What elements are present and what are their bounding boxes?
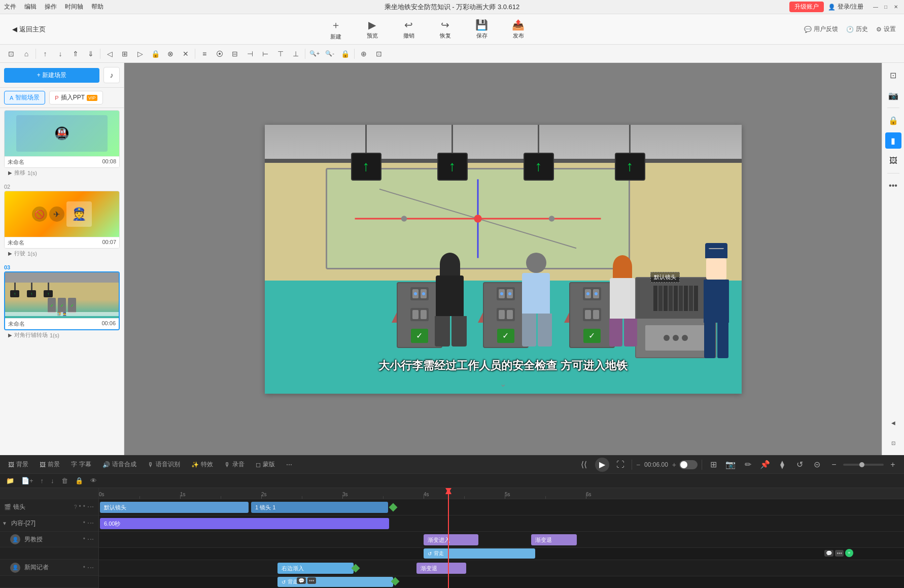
align-tool-5[interactable]: ⊥ (289, 47, 303, 61)
reporter-dots-icon[interactable]: ••• (307, 577, 316, 584)
tc-eye-btn[interactable]: 👁 (88, 476, 99, 486)
menu-edit[interactable]: 编辑 (24, 3, 37, 11)
back-button[interactable]: ◀ 返回主页 (8, 23, 50, 36)
reporter-dot-1[interactable]: • (83, 564, 85, 572)
teacher-dots-icon[interactable]: ••• (835, 550, 844, 557)
zoom-in-tool[interactable]: 🔍+ (307, 47, 322, 61)
help-icon[interactable]: ? (74, 504, 77, 510)
content-dot-1[interactable]: • (83, 519, 85, 527)
menu-help[interactable]: 帮助 (91, 3, 103, 11)
more-button[interactable]: ••• (885, 178, 901, 194)
tc-down-btn[interactable]: ↓ (49, 476, 56, 486)
scene-item-1[interactable]: 🚇 未命名 00:08 ▶ 推移 1(s) (0, 108, 124, 181)
speed-toggle[interactable] (679, 460, 698, 469)
fit-timeline-button[interactable]: ⊞ (706, 458, 720, 472)
history-button[interactable]: 🕐 历史 (846, 25, 868, 33)
timeline-mask-tab[interactable]: ◻ 蒙版 (252, 459, 279, 470)
feedback-button[interactable]: 💬 用户反馈 (804, 25, 838, 33)
align-tool-4[interactable]: ⊤ (273, 47, 288, 61)
zoom-out-tool[interactable]: 🔍- (323, 47, 337, 61)
save-button[interactable]: 💾 保存 (472, 19, 492, 40)
timeline-fg-tab[interactable]: 🖼 前景 (36, 459, 64, 470)
filter-button[interactable]: ⧫ (775, 458, 789, 472)
menu-operate[interactable]: 操作 (45, 3, 57, 11)
select-tool[interactable]: ⊡ (4, 47, 18, 61)
move-down-tool[interactable]: ↓ (53, 47, 67, 61)
align-right-tool[interactable]: ▷ (133, 47, 147, 61)
reporter-fade-out-block[interactable]: 渐变退 (416, 563, 466, 574)
move-top-tool[interactable]: ⇑ (68, 47, 83, 61)
play-pause-button[interactable]: ▶ (595, 458, 609, 472)
camera-dot-2[interactable]: • (83, 503, 85, 511)
teacher-fade-in-block[interactable]: 渐变进入 (424, 534, 478, 545)
screenshot-button[interactable]: ⊡ (885, 435, 901, 451)
distribute-v-tool[interactable]: ⦿ (213, 47, 227, 61)
pin-button[interactable]: 📌 (758, 458, 772, 472)
publish-button[interactable]: 📤 发布 (508, 19, 529, 40)
camera-dot-1[interactable]: • (79, 503, 81, 511)
tc-up-btn[interactable]: ↑ (39, 476, 46, 486)
content-more[interactable]: ⋮ (87, 520, 95, 527)
align-tool-1[interactable]: ⊟ (228, 47, 242, 61)
collapse-icon[interactable]: ▼ (2, 521, 7, 526)
new-scene-button[interactable]: + 新建场景 (4, 68, 99, 83)
align-center-h-tool[interactable]: ⊞ (118, 47, 132, 61)
copy-tool[interactable]: ⊕ (357, 47, 371, 61)
new-button[interactable]: ＋ 新建 (326, 18, 346, 41)
lock-button[interactable]: 🔒 (885, 112, 901, 128)
distribute-h-tool[interactable]: ≡ (197, 47, 212, 61)
reporter-more[interactable]: ⋮ (87, 564, 95, 571)
reporter-back-walk-block[interactable]: ↺ 背走 (277, 577, 393, 587)
login-button[interactable]: 👤 登录/注册 (828, 3, 863, 11)
fullscreen-button[interactable]: ⊡ (885, 67, 901, 83)
delete-tool[interactable]: ✕ (179, 47, 193, 61)
loop-button[interactable]: ↺ (792, 458, 807, 472)
teacher-fade-out-block[interactable]: 渐变退 (531, 534, 577, 545)
timeline-record-tab[interactable]: 🎙 录音 (220, 459, 249, 470)
timeline-asr-tab[interactable]: 🎙 语音识别 (144, 459, 184, 470)
settings-button[interactable]: ⚙ 设置 (876, 25, 896, 33)
home-tool[interactable]: ⌂ (19, 47, 33, 61)
upgrade-button[interactable]: 升级账户 (789, 2, 824, 12)
preview-button[interactable]: ▶ 预览 (362, 19, 383, 40)
align-tool-3[interactable]: ⊢ (258, 47, 272, 61)
paste-tool[interactable]: ⊡ (372, 47, 386, 61)
timeline-tts-tab[interactable]: 🔊 语音合成 (98, 459, 141, 470)
timeline-effects-tab[interactable]: ✨ 特效 (187, 459, 217, 470)
reporter-chat-icon[interactable]: 💬 (297, 577, 306, 584)
camera-more[interactable]: ⋮ (87, 503, 95, 510)
snapshot-button[interactable]: 📷 (723, 458, 738, 472)
teacher-dot-1[interactable]: • (83, 535, 85, 543)
teacher-more[interactable]: ⋮ (87, 536, 95, 543)
image-button[interactable]: 🖼 (885, 153, 901, 169)
align-tool-2[interactable]: ⊣ (243, 47, 257, 61)
timeline-more-tab[interactable]: ⋯ (282, 460, 296, 470)
close-button[interactable]: ✕ (892, 3, 900, 11)
minimize-button[interactable]: — (872, 3, 880, 11)
move-up-tool[interactable]: ↑ (38, 47, 52, 61)
note-button[interactable]: ▮ (885, 132, 901, 149)
content-block-main[interactable]: 6.00秒 (100, 518, 389, 529)
scene-thumb-3[interactable]: ↑ ↑ ↑ ✓ (4, 271, 120, 330)
tc-add-btn[interactable]: 📄+ (19, 476, 36, 486)
collapse-button[interactable]: ◀ (885, 414, 901, 431)
insert-ppt-tab[interactable]: P 插入PPT VIP (49, 91, 102, 105)
camera-block-default[interactable]: 默认镜头 (100, 502, 249, 513)
teacher-back-walk-block[interactable]: ↺ 背走 (424, 548, 535, 559)
zoom-out-btn[interactable]: − (636, 461, 640, 469)
ai-scene-tab[interactable]: A 智能场景 (4, 91, 45, 105)
timeline-subtitle-tab[interactable]: 字 字幕 (67, 459, 95, 470)
fullscreen-play-button[interactable]: ⛶ (613, 458, 628, 472)
scene-item-2[interactable]: 02 🚫 ✈ 👮 未命名 00:07 (0, 181, 124, 261)
fit-tool[interactable]: 🔒 (338, 47, 352, 61)
align-left-tool[interactable]: ◁ (102, 47, 117, 61)
tc-delete-btn[interactable]: 🗑 (59, 476, 70, 486)
playhead[interactable] (448, 488, 449, 588)
zoom-slider[interactable] (843, 464, 884, 466)
lock-tool[interactable]: 🔒 (148, 47, 162, 61)
redo-button[interactable]: ↪ 恢复 (435, 19, 456, 40)
menu-timeline[interactable]: 时间轴 (65, 3, 83, 11)
group-tool[interactable]: ⊗ (163, 47, 178, 61)
menu-file[interactable]: 文件 (4, 3, 16, 11)
audio-button[interactable]: ⊝ (810, 458, 824, 472)
